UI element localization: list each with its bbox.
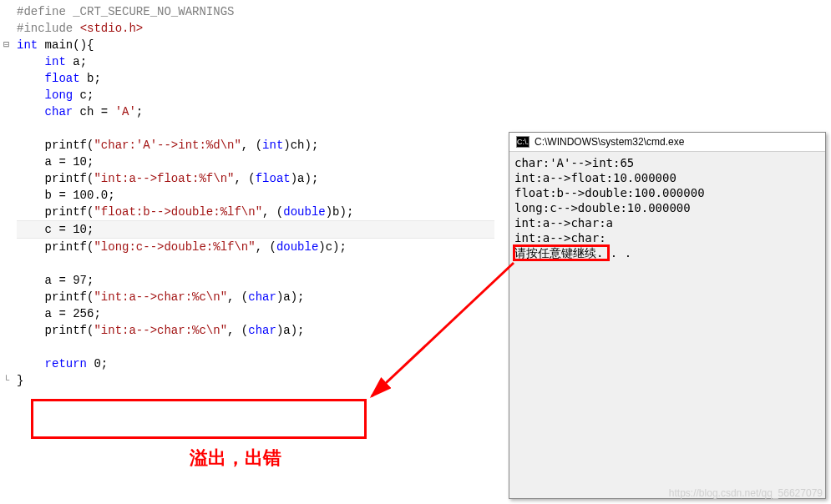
code-line: char ch = 'A';: [17, 103, 494, 120]
preprocessor-define: #define _CRT_SECURE_NO_WARNINGS: [17, 5, 234, 18]
cast-char: char: [248, 324, 276, 337]
code-text: )a);: [276, 324, 305, 337]
code-text: ch =: [73, 105, 114, 118]
code-line: [17, 120, 494, 137]
code-text: b;: [80, 72, 101, 85]
keyword-return: return: [45, 357, 87, 370]
string-literal: "long:c-->double:%lf\n": [94, 240, 255, 254]
code-line: [17, 255, 494, 272]
preprocessor-include: #include: [17, 22, 80, 35]
code-text: , (: [241, 139, 262, 152]
code-text: printf(: [45, 240, 94, 254]
code-text: , (: [256, 240, 276, 254]
keyword-float: float: [45, 72, 80, 85]
code-text: , (: [227, 324, 248, 337]
code-line: printf("int:a-->char:%c\n", (char)a);: [17, 322, 494, 339]
code-text: ;: [136, 105, 143, 118]
cast-float: float: [256, 172, 291, 185]
console-window: C:\. C:\WINDOWS\system32\cmd.exe char:'A…: [509, 132, 826, 499]
code-line: printf("char:'A'-->int:%d\n", (int)ch);: [17, 137, 494, 154]
code-line: long c;: [17, 87, 494, 103]
keyword-long: long: [45, 88, 73, 102]
char-literal: 'A': [115, 105, 136, 118]
code-line: float b;: [17, 70, 494, 87]
string-literal: "float:b-->double:%lf\n": [94, 205, 262, 219]
console-output: char:'A'-->int:65 int:a-->float:10.00000…: [509, 152, 825, 264]
code-text: )b);: [326, 205, 354, 219]
code-line: #define _CRT_SECURE_NO_WARNINGS: [17, 3, 494, 20]
collapse-icon[interactable]: ⊟: [3, 37, 9, 53]
code-text: a;: [66, 55, 87, 68]
console-titlebar[interactable]: C:\. C:\WINDOWS\system32\cmd.exe: [509, 133, 825, 152]
keyword-int: int: [45, 55, 66, 68]
watermark: https://blog.csdn.net/qq_56627079: [669, 487, 823, 499]
code-line: a = 97;: [17, 272, 494, 289]
cmd-icon: C:\.: [516, 136, 530, 148]
keyword-int: int: [17, 38, 38, 52]
code-text: printf(: [45, 172, 94, 185]
annotation-overflow-label: 溢出，出错: [190, 446, 281, 471]
code-text: }: [17, 374, 23, 387]
code-line: printf("float:b-->double:%lf\n", (double…: [17, 204, 494, 220]
code-text: printf(: [45, 205, 94, 219]
code-editor[interactable]: #define _CRT_SECURE_NO_WARNINGS #include…: [0, 0, 501, 392]
code-text: )a);: [276, 290, 305, 304]
code-line: a = 10;: [17, 154, 494, 170]
string-literal: "char:'A'-->int:%d\n": [94, 139, 241, 152]
code-text: main(){: [38, 38, 94, 52]
code-text: c;: [73, 88, 94, 102]
code-line-highlighted: c = 10;: [17, 220, 494, 239]
code-text: printf(: [45, 290, 94, 304]
code-text: , (: [227, 290, 248, 304]
code-text: )c);: [318, 240, 347, 254]
cast-int: int: [262, 139, 283, 152]
code-text: , (: [262, 205, 283, 219]
code-text: 0;: [87, 357, 108, 370]
include-header: <stdio.h>: [80, 22, 144, 35]
code-text: )ch);: [283, 139, 318, 152]
code-line: int a;: [17, 53, 494, 70]
cast-char: char: [248, 290, 276, 304]
code-text: , (: [234, 172, 255, 185]
string-literal: "int:a-->float:%f\n": [94, 172, 234, 185]
cast-double: double: [276, 240, 318, 254]
keyword-char: char: [45, 105, 73, 118]
code-line: #include <stdio.h>: [17, 20, 494, 37]
string-literal: "int:a-->char:%c\n": [94, 290, 227, 304]
cast-double: double: [283, 205, 325, 219]
code-line: [17, 339, 494, 355]
code-line: b = 100.0;: [17, 187, 494, 204]
code-line: printf("int:a-->char:%c\n", (char)a);: [17, 289, 494, 305]
code-text: printf(: [45, 324, 94, 337]
code-text: printf(: [45, 139, 94, 152]
code-line: return 0;: [17, 355, 494, 372]
code-text: )a);: [291, 172, 319, 185]
annotation-box-code: [31, 399, 367, 439]
code-line: ⊟int main(){: [17, 37, 494, 53]
code-line: a = 256;: [17, 305, 494, 322]
collapse-end-icon: └: [3, 372, 9, 389]
string-literal: "int:a-->char:%c\n": [94, 324, 227, 337]
console-title: C:\WINDOWS\system32\cmd.exe: [535, 136, 684, 148]
code-line: └}: [17, 372, 494, 389]
code-line: printf("int:a-->float:%f\n", (float)a);: [17, 170, 494, 187]
code-line: printf("long:c-->double:%lf\n", (double)…: [17, 239, 494, 255]
